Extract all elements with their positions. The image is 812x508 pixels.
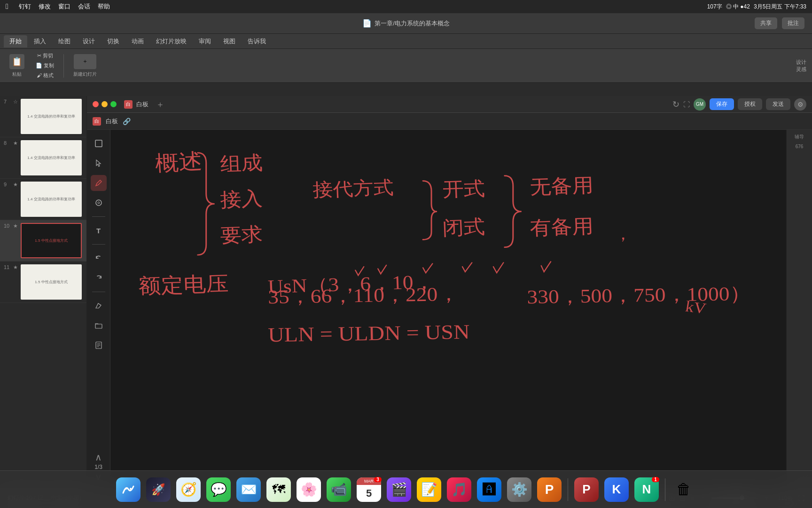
select-rect-tool[interactable] [91, 135, 107, 151]
dock-finder[interactable] [115, 476, 142, 503]
slide-item-8[interactable]: 8 ★ 1.4 交流电路的功率和复功率 [0, 137, 86, 179]
dock-launchpad[interactable]: 🚀 [145, 476, 172, 503]
svg-point-1 [96, 200, 102, 206]
tab-review[interactable]: 审阅 [193, 35, 217, 48]
wb-canvas[interactable]: 概述 组成 接入 要求 接代方式 [110, 130, 786, 487]
wb-nav: 白 白板 🔗 [87, 113, 812, 130]
svg-text:35，66，110，220，: 35，66，110，220， [268, 283, 459, 308]
tab-draw[interactable]: 绘图 [53, 35, 76, 48]
slide-item-10[interactable]: 10 ★ 1.5 中性点接地方式 [0, 220, 86, 262]
text-tool[interactable]: T [91, 222, 107, 238]
cut-button[interactable]: ✂ 剪切 [34, 51, 56, 60]
eraser-tool[interactable] [91, 298, 107, 314]
ribbon-toolbar: 📋 粘贴 ✂ 剪切 📄 复制 🖌 格式 ＋ 新建幻灯片 设计灵感 [0, 49, 812, 83]
tab-slideshow[interactable]: 幻灯片放映 [150, 35, 192, 48]
tab-tellme[interactable]: 告诉我 [242, 35, 272, 48]
cursor-tool[interactable] [91, 155, 107, 171]
wb-close-btn[interactable] [93, 101, 99, 107]
tab-start[interactable]: 开始 [4, 35, 27, 48]
menu-window[interactable]: 窗口 [55, 1, 74, 12]
copy-button[interactable]: 📄 复制 [34, 61, 56, 70]
dock-safari[interactable]: 🧭 [175, 476, 202, 503]
music-icon: 🎵 [447, 477, 471, 502]
tab-animation[interactable]: 动画 [126, 35, 149, 48]
facetime-icon: 📹 [327, 477, 351, 502]
wb-title-text: 白板 [136, 100, 148, 109]
dock-mail[interactable]: ✉️ [235, 476, 262, 503]
menu-datetime: 3月5日周五 下午7:33 [754, 3, 806, 11]
slide-item-7[interactable]: 7 ☆ 1.4 交流电路的功率和复功率 [0, 96, 86, 137]
preferences-icon: ⚙️ [507, 477, 531, 502]
tab-design[interactable]: 设计 [77, 35, 101, 48]
design-label: 设计灵感 [796, 59, 806, 73]
svg-text:接入: 接入 [219, 188, 263, 210]
new-slide-button[interactable]: ＋ [74, 54, 96, 69]
bookmark-tool[interactable] [91, 337, 107, 353]
dock-trash[interactable]: 🗑 [670, 476, 697, 503]
dock-notes[interactable]: 📝 [415, 476, 443, 503]
wb-settings-icon[interactable]: ⚙ [794, 98, 806, 111]
menu-dingding[interactable]: 钉钉 [15, 1, 35, 12]
menubar:  钉钉 修改 窗口 会话 帮助 107字 ◎ 中 ●42 3月5日周五 下午7… [0, 0, 812, 13]
dock-ppt[interactable]: P [573, 476, 600, 503]
tab-insert[interactable]: 插入 [28, 35, 52, 48]
photos-icon: 🌸 [297, 477, 321, 502]
dock-maps[interactable]: 🗺 [265, 476, 292, 503]
dock-claquette[interactable]: 🎬 [385, 476, 413, 503]
pen-tool[interactable] [91, 175, 107, 191]
dock-music[interactable]: 🎵 [445, 476, 473, 503]
svg-text:组成: 组成 [219, 152, 263, 175]
redo-tool[interactable] [91, 270, 107, 286]
wb-add-tab-btn[interactable]: ＋ [156, 99, 164, 110]
handwriting-svg: 概述 组成 接入 要求 接代方式 [110, 130, 786, 487]
wb-fullscreen-icon[interactable]: ⛶ [683, 101, 690, 108]
dock-calendar[interactable]: MAR 5 3 [355, 476, 383, 503]
safari-icon: 🧭 [176, 477, 201, 502]
undo-tool[interactable] [91, 250, 107, 266]
dock-preferences[interactable]: ⚙️ [506, 476, 533, 503]
wb-maximize-btn[interactable] [110, 101, 117, 107]
slide-panel[interactable]: 7 ☆ 1.4 交流电路的功率和复功率 8 ★ 1.4 交流电路的功率和复功率 [0, 96, 87, 487]
menu-help[interactable]: 帮助 [94, 1, 114, 12]
clipboard-group: ✂ 剪切 📄 复制 🖌 格式 [32, 49, 58, 82]
menu-session[interactable]: 会话 [74, 1, 94, 12]
apple-menu[interactable]:  [6, 2, 8, 11]
folder-tool[interactable] [91, 318, 107, 333]
calendar-badge: 3 [374, 477, 382, 482]
ribbon-tabs: 开始 插入 绘图 设计 切换 动画 幻灯片放映 审阅 视图 告诉我 [0, 34, 812, 49]
menu-edit[interactable]: 修改 [35, 1, 55, 12]
dock-photos[interactable]: 🌸 [295, 476, 322, 503]
share-button[interactable]: 共享 [755, 17, 777, 29]
shape-tool[interactable] [91, 195, 107, 211]
slide-thumb-10: 1.5 中性点接地方式 [21, 223, 82, 258]
page-up-btn[interactable]: ∧ [95, 452, 102, 462]
wb-send-button[interactable]: 发送 [766, 98, 790, 110]
ppt-title: 第一章/电力系统的基本概念 [375, 19, 450, 28]
dock-appstore[interactable]: 🅰 [476, 476, 503, 503]
dock-messages[interactable]: 💬 [205, 476, 232, 503]
paste-button[interactable]: 📋 [9, 54, 24, 69]
wb-toolbar-right: ↻ ⛶ [672, 99, 690, 110]
dock-facetime[interactable]: 📹 [325, 476, 352, 503]
dock-pages[interactable]: P [536, 476, 563, 503]
svg-text:概述: 概述 [155, 149, 203, 175]
wb-nav-label: 白板 [106, 117, 118, 126]
whiteboard-window: 白 白板 ＋ ↻ ⛶ GM 保存 授权 发送 ⚙ [87, 96, 812, 487]
dock-keynote[interactable]: K [603, 476, 630, 503]
wb-minimize-btn[interactable] [102, 101, 108, 107]
slide-item-11[interactable]: 11 ★ 1.5 中性点接地方式 [0, 262, 86, 303]
svg-text:闭式: 闭式 [442, 216, 485, 238]
wb-actions: GM 保存 授权 发送 ⚙ [694, 98, 806, 111]
dock: 🚀 🧭 💬 ✉️ 🗺 🌸 📹 MAR 5 3 [0, 470, 812, 508]
wb-auth-button[interactable]: 授权 [738, 98, 762, 110]
finder-icon [116, 477, 141, 502]
dock-numbers[interactable]: N 1 [633, 476, 660, 503]
wb-save-button[interactable]: 保存 [710, 98, 734, 110]
format-button[interactable]: 🖌 格式 [34, 71, 56, 80]
tab-transition[interactable]: 切换 [102, 35, 125, 48]
slide-item-9[interactable]: 9 ★ 1.4 交流电路的功率和复功率 [0, 179, 86, 220]
wb-refresh-icon[interactable]: ↻ [672, 99, 679, 110]
paste-label: 粘贴 [12, 71, 22, 78]
tab-view[interactable]: 视图 [218, 35, 241, 48]
comment-button[interactable]: 批注 [782, 17, 804, 29]
